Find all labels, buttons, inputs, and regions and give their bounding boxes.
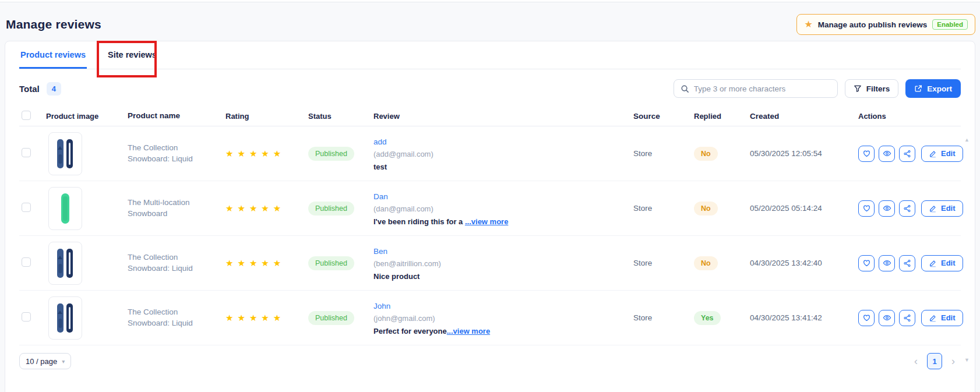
tab-product-reviews[interactable]: Product reviews: [19, 50, 87, 69]
search-input[interactable]: [694, 84, 831, 93]
current-page-button[interactable]: 1: [927, 353, 942, 369]
select-all-checkbox[interactable]: [22, 111, 31, 120]
favorite-button[interactable]: [858, 200, 875, 217]
heart-icon: [862, 313, 871, 322]
view-more-link[interactable]: ...view more: [447, 327, 490, 336]
view-button[interactable]: [879, 200, 895, 217]
view-more-link[interactable]: ...view more: [465, 217, 508, 226]
edit-button[interactable]: Edit: [921, 200, 963, 217]
snowboard-green-graphic: [54, 192, 77, 225]
header-source: Source: [633, 112, 694, 121]
eye-icon: [883, 204, 891, 213]
star-icon: ★: [804, 20, 812, 29]
rating-stars: ★★★★★: [225, 203, 285, 213]
created-date: 05/30/2025 12:05:54: [750, 149, 858, 158]
created-date: 04/30/2025 13:41:42: [750, 313, 858, 322]
reviewer-link[interactable]: Dan: [373, 192, 388, 201]
reviews-card: Product reviews Site reviews Total 4 Fil…: [5, 41, 975, 392]
edit-button[interactable]: Edit: [921, 255, 963, 271]
reviewer-email: (dan@gmail.com): [373, 204, 622, 213]
rating-stars: ★★★★★: [225, 258, 285, 268]
row-checkbox[interactable]: [22, 257, 31, 267]
tab-site-reviews[interactable]: Site reviews: [107, 50, 158, 69]
replied-badge: Yes: [694, 311, 721, 325]
pencil-icon: [929, 150, 937, 158]
product-name: The Multi-location Snowboard: [128, 197, 225, 218]
header-review: Review: [373, 112, 633, 121]
replied-badge: No: [694, 147, 718, 161]
favorite-button[interactable]: [858, 146, 875, 162]
export-icon: [914, 84, 922, 93]
reviewer-link[interactable]: John: [373, 302, 390, 310]
top-divider: [0, 0, 980, 2]
created-date: 04/30/2025 13:42:40: [750, 259, 858, 267]
prev-page-button[interactable]: ‹: [908, 356, 923, 366]
product-image: [48, 187, 82, 230]
source-value: Store: [633, 204, 694, 213]
share-button[interactable]: [899, 255, 915, 271]
share-button[interactable]: [899, 146, 915, 162]
status-badge: Published: [308, 256, 354, 270]
total-count-badge: 4: [47, 82, 61, 96]
review-text: Nice product: [373, 272, 420, 281]
filter-funnel-icon: [854, 84, 862, 93]
favorite-button[interactable]: [858, 255, 875, 271]
next-page-button[interactable]: ›: [946, 356, 961, 366]
export-button[interactable]: Export: [905, 79, 961, 98]
reviewer-link[interactable]: add: [373, 137, 387, 146]
row-checkbox[interactable]: [22, 148, 31, 157]
pencil-icon: [929, 259, 937, 267]
header-created: Created: [750, 112, 858, 121]
filters-button[interactable]: Filters: [845, 79, 899, 98]
favorite-button[interactable]: [858, 310, 875, 326]
share-icon: [903, 259, 911, 267]
edit-label: Edit: [941, 204, 956, 213]
enabled-badge: Enabled: [932, 19, 968, 30]
table-row: The Collection Snowboard: Liquid ★★★★★ P…: [19, 236, 961, 291]
reviewer-link[interactable]: Ben: [373, 247, 387, 256]
header-replied: Replied: [694, 112, 750, 121]
manage-auto-publish-button[interactable]: ★ Manage auto publish reviews Enabled: [796, 14, 975, 35]
reviewer-email: (ben@aitrillion.com): [373, 259, 622, 268]
scroll-down-arrow[interactable]: ▼: [964, 357, 970, 363]
tab-bar: Product reviews Site reviews: [19, 41, 961, 69]
page-size-select[interactable]: 10 / page ▾: [19, 353, 71, 369]
product-image: [48, 132, 82, 175]
edit-button[interactable]: Edit: [921, 310, 963, 326]
edit-button[interactable]: Edit: [921, 146, 963, 162]
chevron-down-icon: ▾: [62, 358, 65, 365]
reviewer-email: (add@gmail.com): [373, 150, 622, 158]
table-header-row: Product image Product name Rating Status…: [19, 107, 961, 126]
table-row: The Collection Snowboard: Liquid ★★★★★ P…: [19, 291, 961, 345]
header-actions: Actions: [858, 112, 961, 121]
row-checkbox[interactable]: [22, 312, 31, 322]
share-button[interactable]: [899, 310, 915, 326]
edit-label: Edit: [941, 149, 956, 158]
view-button[interactable]: [879, 255, 895, 271]
view-button[interactable]: [879, 310, 895, 326]
page-title: Manage reviews: [6, 17, 101, 31]
status-badge: Published: [308, 202, 354, 216]
pencil-icon: [929, 204, 937, 213]
replied-badge: No: [694, 256, 718, 270]
scroll-up-arrow[interactable]: ▲: [964, 137, 970, 143]
share-icon: [903, 150, 911, 158]
row-checkbox[interactable]: [22, 203, 31, 212]
snowboard-blue-graphic: [54, 137, 77, 171]
product-image: [48, 296, 82, 340]
total-label: Total: [19, 84, 40, 94]
table-row: The Collection Snowboard: Liquid ★★★★★ P…: [19, 126, 961, 181]
product-name: The Collection Snowboard: Liquid: [128, 252, 225, 273]
source-value: Store: [633, 149, 694, 158]
share-button[interactable]: [899, 200, 915, 217]
review-text: Perfect for everyone: [373, 327, 447, 336]
review-text: test: [373, 163, 387, 171]
pagination: 10 / page ▾ ‹ 1 ›: [19, 353, 961, 369]
reviewer-email: (john@gmail.com): [373, 314, 622, 323]
rating-stars: ★★★★★: [225, 149, 285, 158]
search-box[interactable]: [674, 79, 838, 98]
view-button[interactable]: [879, 146, 895, 162]
share-icon: [903, 204, 911, 213]
eye-icon: [883, 259, 891, 267]
search-icon: [681, 84, 689, 93]
